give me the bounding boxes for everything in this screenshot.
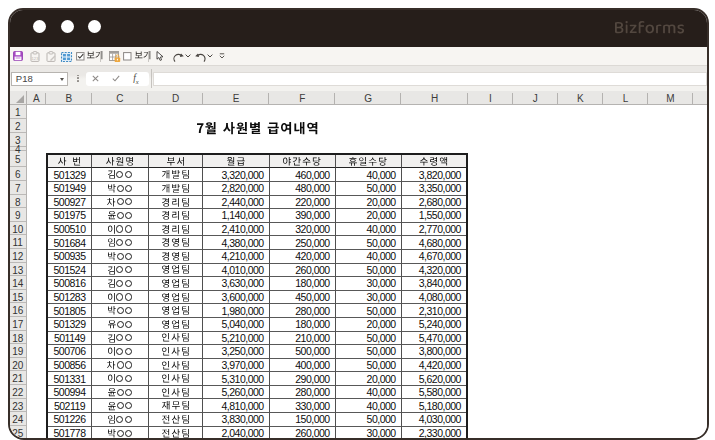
- svg-text:123: 123: [31, 56, 39, 61]
